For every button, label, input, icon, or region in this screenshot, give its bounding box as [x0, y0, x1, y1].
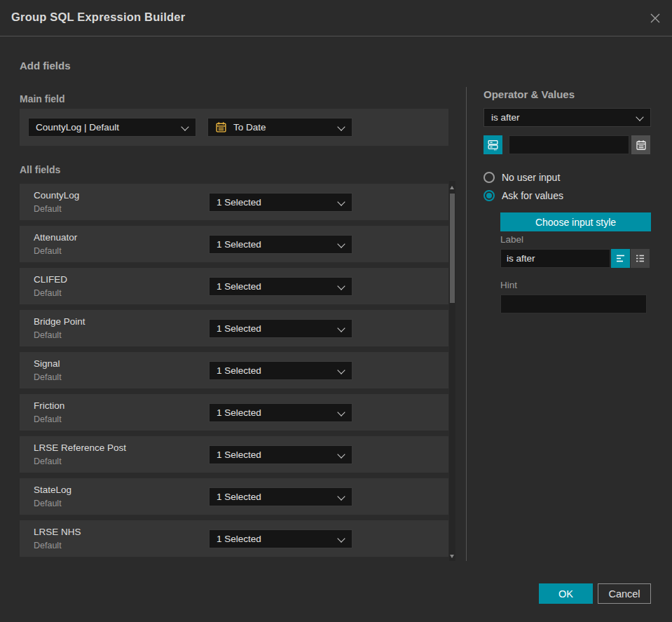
chevron-down-icon — [337, 282, 345, 290]
field-selected-value: 1 Selected — [217, 407, 261, 418]
field-selected-dropdown[interactable]: 1 Selected — [209, 361, 352, 380]
field-row-lrse-nhs: LRSE NHS Default 1 Selected — [20, 520, 448, 557]
field-row-statelog: StateLog Default 1 Selected — [20, 478, 448, 515]
close-icon[interactable] — [648, 11, 662, 25]
main-field-dropdown[interactable]: CountyLog | Default — [28, 118, 196, 137]
dialog-header: Group SQL Expression Builder — [0, 0, 672, 36]
field-type: Default — [34, 414, 62, 424]
field-selected-dropdown[interactable]: 1 Selected — [209, 319, 352, 338]
chevron-down-icon — [337, 198, 345, 205]
field-name: CountyLog — [34, 190, 79, 201]
operator-values-heading: Operator & Values — [484, 88, 575, 100]
text-input-style-button[interactable] — [611, 249, 630, 268]
radio-label: Ask for values — [502, 190, 563, 201]
chevron-down-icon — [337, 408, 345, 416]
radio-no-user-input[interactable]: No user input — [484, 172, 560, 183]
date-type-dropdown[interactable]: To Date — [207, 118, 352, 137]
field-selected-dropdown[interactable]: 1 Selected — [209, 277, 352, 296]
radio-unselected-icon — [484, 172, 495, 183]
scrollbar-thumb[interactable] — [450, 194, 455, 303]
chevron-down-icon — [337, 450, 345, 458]
chevron-down-icon — [337, 240, 345, 248]
list-icon — [635, 253, 645, 264]
field-name: CLIFED — [34, 274, 67, 285]
field-name: Signal — [34, 358, 60, 369]
field-type: Default — [34, 288, 62, 298]
chevron-down-icon — [337, 324, 345, 332]
chevron-down-icon — [181, 123, 188, 130]
field-selected-dropdown[interactable]: 1 Selected — [209, 529, 352, 548]
field-selected-value: 1 Selected — [217, 281, 261, 292]
field-selected-value: 1 Selected — [217, 534, 261, 544]
field-selected-dropdown[interactable]: 1 Selected — [209, 445, 352, 464]
field-row-lrse-reference-post: LRSE Reference Post Default 1 Selected — [20, 436, 448, 473]
label-field-label: Label — [500, 234, 523, 245]
chevron-down-icon — [337, 534, 345, 542]
main-field-panel: CountyLog | Default To Date — [20, 109, 448, 146]
field-name: Friction — [34, 400, 64, 411]
field-type: Default — [34, 457, 62, 466]
operator-dropdown-value: is after — [491, 112, 520, 123]
field-selected-dropdown[interactable]: 1 Selected — [209, 487, 352, 506]
field-row-bridge-point: Bridge Point Default 1 Selected — [20, 310, 448, 346]
calendar-icon — [636, 140, 647, 151]
group-sql-expression-builder-dialog: Group SQL Expression Builder Add fields … — [0, 0, 672, 622]
list-scrollbar[interactable] — [449, 181, 455, 561]
field-selected-dropdown[interactable]: 1 Selected — [209, 193, 352, 212]
field-selected-dropdown[interactable]: 1 Selected — [209, 403, 352, 422]
chevron-down-icon — [337, 123, 345, 130]
field-selected-value: 1 Selected — [217, 323, 261, 334]
field-name: StateLog — [34, 485, 71, 495]
add-fields-heading: Add fields — [20, 60, 71, 72]
field-row-attenuator: Attenuator Default 1 Selected — [20, 226, 448, 262]
cancel-button[interactable]: Cancel — [598, 583, 651, 604]
date-picker-button[interactable] — [631, 135, 650, 154]
field-selected-value: 1 Selected — [217, 239, 261, 250]
field-name: LRSE NHS — [34, 527, 81, 537]
chevron-down-icon — [337, 366, 345, 374]
field-selected-dropdown[interactable]: 1 Selected — [209, 235, 352, 254]
value-input[interactable] — [509, 135, 629, 154]
all-fields-list: CountyLog Default 1 Selected Attenuator … — [20, 184, 448, 562]
radio-ask-for-values[interactable]: Ask for values — [484, 190, 563, 201]
field-type: Default — [34, 204, 62, 214]
label-input[interactable] — [500, 249, 610, 268]
field-row-signal: Signal Default 1 Selected — [20, 352, 448, 388]
unique-values-icon — [487, 139, 499, 151]
calendar-icon — [215, 121, 227, 133]
field-name: Bridge Point — [34, 316, 85, 327]
all-fields-label: All fields — [20, 164, 60, 175]
field-selected-value: 1 Selected — [217, 197, 261, 208]
hint-field-label: Hint — [500, 280, 517, 290]
hint-input[interactable] — [500, 295, 647, 313]
dialog-title: Group SQL Expression Builder — [11, 11, 185, 24]
scroll-up-arrow-icon[interactable] — [450, 186, 454, 189]
field-type: Default — [34, 499, 62, 508]
radio-label: No user input — [502, 172, 560, 183]
radio-selected-icon — [484, 190, 495, 201]
main-field-label: Main field — [20, 93, 65, 104]
field-type: Default — [34, 372, 62, 382]
ok-button[interactable]: OK — [539, 583, 593, 604]
list-input-style-button[interactable] — [631, 249, 650, 268]
field-selected-value: 1 Selected — [217, 492, 261, 502]
vertical-divider — [466, 87, 467, 561]
chevron-down-icon — [636, 113, 643, 121]
date-type-dropdown-value: To Date — [233, 122, 266, 133]
field-type: Default — [34, 541, 62, 550]
field-name: Attenuator — [34, 232, 77, 243]
align-left-icon — [615, 253, 626, 264]
field-row-countylog: CountyLog Default 1 Selected — [20, 184, 448, 220]
chevron-down-icon — [337, 492, 345, 500]
operator-dropdown[interactable]: is after — [484, 108, 651, 127]
field-name: LRSE Reference Post — [34, 442, 126, 453]
field-selected-value: 1 Selected — [217, 449, 261, 460]
choose-input-style-button[interactable]: Choose input style — [500, 212, 651, 231]
field-type: Default — [34, 330, 62, 340]
field-row-clifed: CLIFED Default 1 Selected — [20, 268, 448, 304]
value-type-button[interactable] — [484, 135, 502, 154]
field-row-friction: Friction Default 1 Selected — [20, 394, 448, 431]
scroll-down-arrow-icon[interactable] — [450, 555, 454, 558]
field-type: Default — [34, 246, 62, 256]
main-field-dropdown-value: CountyLog | Default — [36, 122, 119, 133]
